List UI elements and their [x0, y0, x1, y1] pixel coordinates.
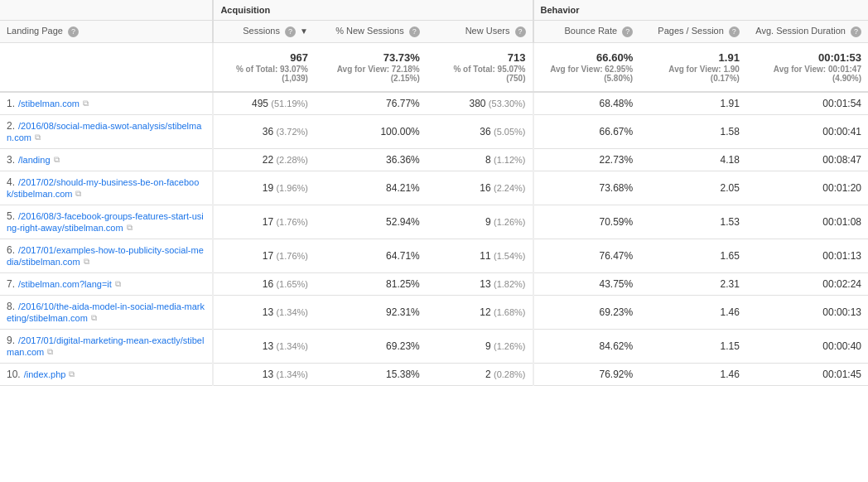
bounce-rate-th: Bounce Rate ?	[533, 21, 640, 43]
external-link-icon[interactable]: ⧉	[69, 369, 79, 379]
external-link-icon[interactable]: ⧉	[35, 133, 45, 142]
external-link-icon[interactable]: ⧉	[84, 257, 94, 267]
new-sessions-th: % New Sessions ?	[315, 21, 427, 43]
external-link-icon[interactable]: ⧉	[83, 99, 93, 108]
landing-page-cell: 6./2017/01/examples-how-to-publicity-soc…	[0, 239, 213, 272]
avg-session-cell: 00:00:41	[746, 114, 868, 148]
landing-page-group	[0, 0, 213, 21]
analytics-table: Acquisition Behavior Landing Page ? Sess…	[0, 0, 868, 386]
new-sessions-cell: 84.21%	[315, 171, 427, 205]
external-link-icon[interactable]: ⧉	[127, 223, 137, 233]
pages-session-cell: 2.05	[639, 171, 746, 205]
row-number: 3.	[7, 154, 15, 166]
table-row: 9./2017/01/digital-marketing-mean-exactl…	[0, 329, 868, 363]
new-sessions-cell: 36.36%	[315, 148, 427, 171]
bounce-rate-help-icon[interactable]: ?	[622, 27, 633, 37]
new-users-cell: 380 (53.30%)	[427, 92, 533, 115]
sessions-cell: 36 (3.72%)	[213, 114, 315, 148]
pages-session-cell: 4.18	[639, 148, 746, 171]
new-users-cell: 36 (5.05%)	[427, 114, 533, 148]
page-link[interactable]: /2016/08/3-facebook-groups-features-star…	[7, 211, 204, 233]
avg-session-cell: 00:01:08	[746, 205, 868, 239]
sessions-cell: 19 (1.96%)	[213, 171, 315, 205]
sessions-cell: 17 (1.76%)	[213, 205, 315, 239]
landing-page-cell: 3./landing⧉	[0, 148, 213, 171]
behavior-group: Behavior	[533, 0, 869, 21]
avg-session-cell: 00:00:13	[746, 295, 868, 329]
row-number: 10.	[7, 369, 21, 380]
page-link[interactable]: /2016/10/the-aida-model-in-social-media-…	[7, 301, 205, 323]
external-link-icon[interactable]: ⧉	[91, 313, 101, 323]
bounce-rate-cell: 66.67%	[533, 114, 640, 148]
landing-page-cell: 5./2016/08/3-facebook-groups-features-st…	[0, 205, 213, 239]
row-number: 9.	[7, 335, 15, 346]
table-row: 3./landing⧉22 (2.28%)36.36%8 (1.12%)22.7…	[0, 148, 868, 171]
row-number: 4.	[7, 176, 15, 188]
row-number: 8.	[7, 301, 15, 312]
pages-session-cell: 1.65	[639, 239, 746, 272]
page-link[interactable]: /landing	[18, 155, 51, 165]
landing-page-help-icon[interactable]: ?	[68, 27, 79, 37]
avg-session-cell: 00:01:13	[746, 239, 868, 272]
sessions-sort-icon[interactable]: ▼	[300, 27, 308, 36]
new-users-cell: 8 (1.12%)	[427, 148, 533, 171]
summary-sessions: 967 % of Total: 93.07% (1,039)	[213, 42, 315, 92]
page-link[interactable]: /index.php	[24, 369, 66, 379]
avg-session-cell: 00:01:20	[746, 171, 868, 205]
table-row: 1./stibelman.com⧉495 (51.19%)76.77%380 (…	[0, 92, 868, 115]
table-row: 2./2016/08/social-media-swot-analysis/st…	[0, 114, 868, 148]
sessions-th: Sessions ? ▼	[213, 21, 315, 43]
page-link[interactable]: /2017/01/digital-marketing-mean-exactly/…	[7, 335, 204, 357]
page-link[interactable]: /2017/02/should-my-business-be-on-facebo…	[7, 177, 199, 199]
landing-page-cell: 4./2017/02/should-my-business-be-on-face…	[0, 171, 213, 205]
new-sessions-help-icon[interactable]: ?	[409, 27, 420, 37]
new-users-cell: 12 (1.68%)	[427, 295, 533, 329]
new-sessions-cell: 69.23%	[315, 329, 427, 363]
landing-page-th: Landing Page ?	[0, 21, 213, 43]
summary-row: 967 % of Total: 93.07% (1,039) 73.73% Av…	[0, 42, 868, 92]
row-number: 1.	[7, 98, 15, 109]
new-sessions-cell: 100.00%	[315, 114, 427, 148]
pages-session-help-icon[interactable]: ?	[729, 27, 740, 37]
bounce-rate-cell: 68.48%	[533, 92, 640, 115]
external-link-icon[interactable]: ⧉	[115, 279, 125, 289]
page-link[interactable]: /stibelman.com	[18, 99, 80, 108]
table-row: 7./stibelman.com?lang=it⧉16 (1.65%)81.25…	[0, 272, 868, 295]
external-link-icon[interactable]: ⧉	[47, 347, 57, 357]
pages-session-cell: 1.58	[639, 114, 746, 148]
row-number: 6.	[7, 244, 15, 256]
new-sessions-cell: 92.31%	[315, 295, 427, 329]
page-link[interactable]: /2017/01/examples-how-to-publicity-socia…	[7, 245, 204, 267]
sessions-cell: 495 (51.19%)	[213, 92, 315, 115]
landing-page-cell: 10./index.php⧉	[0, 363, 213, 385]
sessions-cell: 22 (2.28%)	[213, 148, 315, 171]
pages-session-cell: 1.91	[639, 92, 746, 115]
sessions-cell: 16 (1.65%)	[213, 272, 315, 295]
avg-session-th: Avg. Session Duration ?	[746, 21, 868, 43]
sessions-cell: 13 (1.34%)	[213, 363, 315, 385]
bounce-rate-cell: 43.75%	[533, 272, 640, 295]
external-link-icon[interactable]: ⧉	[54, 155, 64, 165]
pages-session-th: Pages / Session ?	[639, 21, 746, 43]
bounce-rate-cell: 22.73%	[533, 148, 640, 171]
page-link[interactable]: /stibelman.com?lang=it	[18, 279, 112, 289]
avg-session-cell: 00:02:24	[746, 272, 868, 295]
summary-pages-session: 1.91 Avg for View: 1.90 (0.17%)	[639, 42, 746, 92]
external-link-icon[interactable]: ⧉	[75, 189, 85, 199]
bounce-rate-cell: 76.92%	[533, 363, 640, 385]
new-users-help-icon[interactable]: ?	[515, 27, 526, 37]
new-users-cell: 9 (1.26%)	[427, 329, 533, 363]
pages-session-cell: 1.46	[639, 295, 746, 329]
sessions-cell: 13 (1.34%)	[213, 329, 315, 363]
new-sessions-cell: 64.71%	[315, 239, 427, 272]
sessions-help-icon[interactable]: ?	[285, 27, 296, 37]
landing-page-cell: 2./2016/08/social-media-swot-analysis/st…	[0, 114, 213, 148]
new-users-cell: 9 (1.26%)	[427, 205, 533, 239]
landing-page-cell: 7./stibelman.com?lang=it⧉	[0, 272, 213, 295]
avg-session-help-icon[interactable]: ?	[851, 27, 861, 37]
sessions-cell: 17 (1.76%)	[213, 239, 315, 272]
table-row: 8./2016/10/the-aida-model-in-social-medi…	[0, 295, 868, 329]
acquisition-group: Acquisition	[213, 0, 533, 21]
pages-session-cell: 2.31	[639, 272, 746, 295]
summary-landing	[0, 42, 213, 92]
